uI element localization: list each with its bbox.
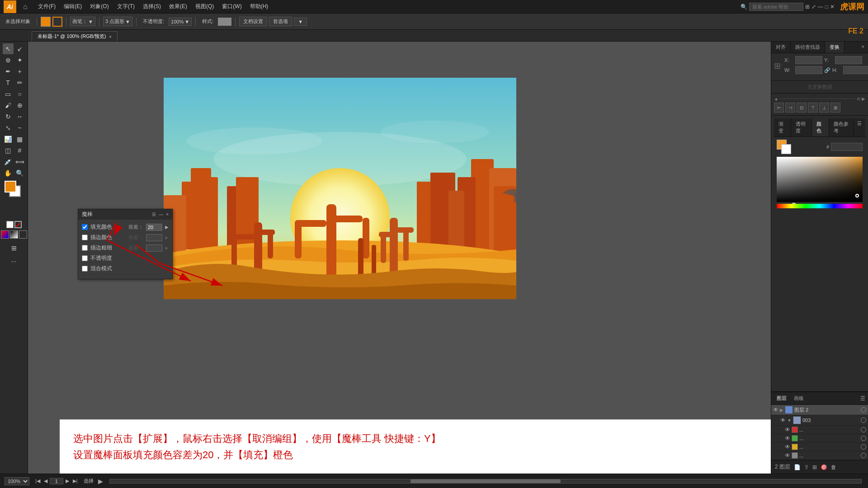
menu-window[interactable]: 窗口(W)	[218, 1, 245, 12]
style-swatch[interactable]	[218, 18, 231, 26]
color-picker-dot[interactable]	[855, 194, 859, 197]
menu-view[interactable]: 视图(Q)	[192, 1, 217, 12]
rectangle-tool[interactable]: ▭	[3, 89, 14, 99]
menu-help[interactable]: 帮助(H)	[246, 1, 272, 12]
symbol-panel-toggle[interactable]: ⊞	[3, 243, 25, 253]
menu-object[interactable]: 对象(O)	[86, 1, 112, 12]
preferences-arrow-button[interactable]: ▼	[294, 18, 307, 26]
tab-artboard[interactable]: 画板	[791, 394, 807, 403]
tab-transparency[interactable]: 透明度	[791, 118, 812, 136]
menu-select[interactable]: 选择(S)	[139, 1, 165, 12]
layers-menu-icon[interactable]: ☰	[860, 395, 865, 402]
layer-row-layer2[interactable]: 👁 ▶ 图层 2	[771, 405, 868, 415]
h-input[interactable]	[843, 66, 868, 74]
direct-selection-tool[interactable]: ↙	[14, 43, 25, 54]
next-page-btn[interactable]: ▶	[64, 478, 71, 484]
fill-color-swatch[interactable]	[41, 17, 51, 27]
lock-icon[interactable]: 🔗	[824, 67, 830, 73]
tab-layers[interactable]: 图层	[774, 394, 789, 403]
color-panel-menu[interactable]: ☰	[854, 118, 865, 136]
gray-eye-icon[interactable]: 👁	[785, 452, 790, 459]
stroke-color-checkbox[interactable]	[82, 235, 88, 240]
gray-circle[interactable]	[861, 453, 866, 458]
paintbrush-tool[interactable]: 🖌	[3, 100, 14, 111]
collect-to-layer-btn[interactable]: ⊞	[811, 463, 818, 471]
green-circle[interactable]	[861, 436, 866, 441]
right-panel-close[interactable]: ×	[858, 42, 868, 53]
hue-slider-thumb[interactable]	[792, 203, 796, 204]
red-eye-icon[interactable]: 👁	[785, 427, 790, 433]
touch-type-tool[interactable]: ✏	[14, 77, 25, 88]
last-page-btn[interactable]: ▶|	[71, 478, 79, 484]
layout-icon[interactable]: ⊞	[805, 4, 810, 10]
warp-tool[interactable]: ~	[14, 122, 25, 133]
type-tool[interactable]: T	[3, 77, 14, 88]
fill-expand-icon[interactable]: ▶	[165, 225, 169, 230]
stroke-color-swatch[interactable]	[52, 17, 62, 27]
red-circle[interactable]	[861, 427, 866, 432]
hand-tool[interactable]: ✋	[3, 168, 14, 178]
eyedropper-tool[interactable]: 💉	[3, 156, 14, 167]
color-hue-bar[interactable]	[777, 204, 863, 208]
close-icon[interactable]: ✕	[830, 4, 835, 10]
bg-color-preview[interactable]	[781, 144, 791, 154]
graph-tool[interactable]: 📊	[3, 134, 14, 145]
locate-btn[interactable]: 🎯	[820, 463, 828, 471]
new-layer-btn[interactable]: 📄	[793, 463, 802, 471]
menu-effect[interactable]: 效果(E)	[165, 1, 191, 12]
selection-tool[interactable]: ↖	[3, 43, 14, 54]
tab-gradient[interactable]: 渐变	[774, 118, 791, 136]
gradient-mode-icon[interactable]	[10, 230, 18, 239]
003-circle-icon[interactable]	[861, 418, 866, 423]
align-middle-btn[interactable]: ⊥	[819, 103, 829, 113]
preferences-button[interactable]: 首选项	[269, 17, 292, 26]
y-input[interactable]	[835, 56, 862, 64]
search-input[interactable]	[749, 3, 803, 11]
ellipse-tool[interactable]: ○	[14, 89, 25, 99]
align-center-btn[interactable]: ⊣	[785, 103, 795, 113]
layer-row-yellow[interactable]: 👁 ...	[771, 443, 868, 451]
color-gradient-box[interactable]	[777, 157, 863, 202]
w-input[interactable]	[795, 66, 822, 74]
minimize-icon[interactable]: —	[818, 4, 823, 10]
stroke-width-expand-icon[interactable]: ▶	[165, 245, 169, 250]
zoom-select[interactable]: 100%	[5, 477, 29, 485]
panel-close[interactable]: ×	[166, 212, 169, 217]
magic-panel-header[interactable]: 魔棒 ☰ — ×	[78, 209, 172, 220]
align-left-btn[interactable]: ⊢	[774, 103, 784, 113]
opacity-checkbox[interactable]	[82, 255, 88, 261]
expand-icon[interactable]: ⤢	[811, 4, 816, 10]
stroke-tolerance-input[interactable]	[146, 234, 162, 241]
rotate-tool[interactable]: ↻	[3, 111, 14, 122]
foreground-color-swatch[interactable]	[5, 181, 16, 192]
menu-file[interactable]: 文件(F)	[34, 1, 59, 12]
more-tools[interactable]: ···	[3, 256, 25, 267]
mesh-tool[interactable]: #	[14, 145, 25, 156]
measure-tool[interactable]: ⟺	[14, 156, 25, 167]
tab-pathfinder[interactable]: 路径查找器	[791, 42, 825, 53]
layer-row-red[interactable]: 👁 ...	[771, 426, 868, 434]
reflect-tool[interactable]: ↔	[14, 111, 25, 122]
panel-menu-icon[interactable]: ☰	[152, 212, 156, 217]
fill-tolerance-input[interactable]	[146, 224, 162, 231]
layer-row-gray[interactable]: 👁 ...	[771, 451, 868, 460]
add-anchor-tool[interactable]: +	[14, 66, 25, 77]
more-tools-btn[interactable]: ···	[3, 256, 25, 267]
stroke-width-checkbox[interactable]	[82, 245, 88, 251]
layer2-lock-icon[interactable]	[861, 407, 866, 413]
tab-close-button[interactable]: ×	[109, 34, 112, 39]
tab-transform[interactable]: 变换	[825, 42, 844, 53]
gradient-tool[interactable]: ◫	[3, 145, 14, 156]
menu-edit[interactable]: 编辑(E)	[60, 1, 85, 12]
maximize-icon[interactable]: □	[825, 4, 828, 10]
fill-color-checkbox[interactable]	[82, 224, 88, 230]
lasso-tool[interactable]: ⊛	[3, 55, 14, 66]
green-eye-icon[interactable]: 👁	[785, 435, 790, 441]
bar-chart-tool[interactable]: ▦	[14, 134, 25, 145]
layer-row-green[interactable]: 👁 ...	[771, 434, 868, 443]
tab-color[interactable]: 颜色	[812, 118, 829, 136]
none-swatch[interactable]	[14, 221, 22, 228]
layer2-expand-icon[interactable]: ▶	[780, 408, 783, 413]
scale-tool[interactable]: ⤡	[3, 122, 14, 133]
status-scrollbar[interactable]	[109, 479, 862, 483]
